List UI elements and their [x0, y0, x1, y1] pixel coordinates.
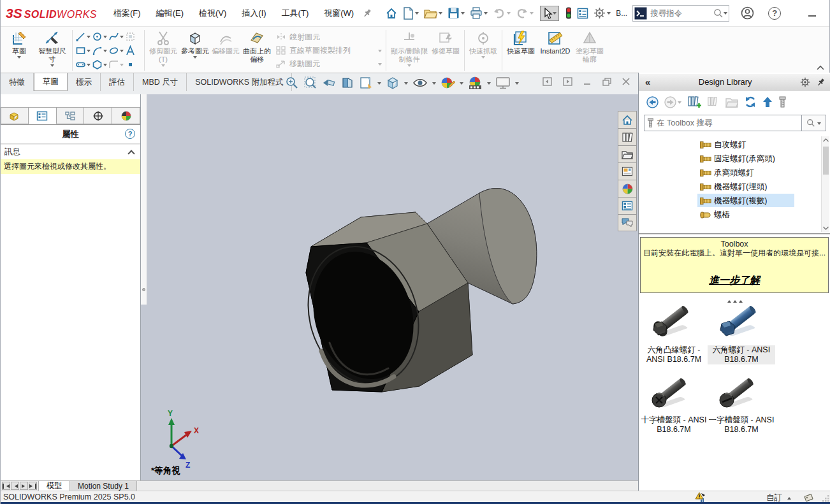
model-tab[interactable]: 模型 — [38, 481, 70, 491]
smart-dimension-button[interactable]: 智慧型尺寸 — [35, 29, 69, 72]
zoom-to-area-icon[interactable] — [303, 76, 317, 90]
fillet-tool[interactable] — [108, 57, 125, 71]
line-dropdown[interactable] — [87, 36, 91, 40]
pane-right-toggle-icon[interactable] — [563, 77, 572, 86]
tab-markup[interactable]: 標示 — [68, 73, 101, 91]
menu-file[interactable]: 檔案(F) — [113, 8, 141, 19]
pane-gear-icon[interactable] — [800, 77, 810, 87]
previous-view-icon[interactable] — [322, 76, 336, 90]
property-manager-tab[interactable] — [29, 107, 57, 124]
sketch-button[interactable]: 草圖 — [3, 29, 35, 72]
dimxpert-manager-tab[interactable] — [84, 107, 112, 124]
task-pane-forum-tab[interactable] — [618, 214, 637, 231]
graphics-viewport[interactable]: Y X Z *等角視 — [141, 94, 638, 480]
forward-button[interactable] — [664, 96, 681, 108]
select-tool-button[interactable] — [540, 6, 559, 21]
select-tool-dropdown[interactable] — [553, 12, 557, 17]
tree-scrollbar[interactable] — [821, 136, 829, 232]
next-tab-button[interactable] — [20, 482, 28, 490]
tag-icon[interactable] — [804, 493, 814, 502]
task-pane-design-library-tab[interactable] — [618, 128, 637, 145]
command-search-input[interactable] — [650, 9, 713, 18]
apply-scene-dropdown[interactable] — [487, 82, 491, 87]
new-document-dropdown[interactable] — [415, 12, 419, 17]
view-settings-dropdown[interactable] — [515, 82, 519, 87]
minimize-button[interactable] — [808, 9, 817, 17]
options-list-icon[interactable] — [577, 8, 588, 19]
forward-dropdown[interactable] — [678, 101, 681, 106]
sketch-pattern-tool[interactable] — [125, 29, 142, 43]
pin-pane-icon[interactable] — [817, 78, 826, 87]
point-tool[interactable] — [125, 57, 142, 71]
spline-tool[interactable] — [108, 29, 125, 43]
display-style-dropdown[interactable] — [404, 82, 408, 87]
feature-manager-tab[interactable] — [1, 107, 29, 124]
view-settings-icon[interactable] — [495, 76, 511, 90]
toolbox-item[interactable]: 十字槽盤頭 - ANSI B18.6.7M — [640, 375, 708, 435]
fillet-dropdown[interactable] — [120, 64, 124, 68]
tab-sketch[interactable]: 草圖 — [34, 73, 68, 91]
performance-warning-icon[interactable] — [695, 492, 706, 502]
search-dropdown[interactable] — [724, 12, 727, 17]
message-section-header[interactable]: 訊息 — [1, 144, 140, 159]
new-document-button[interactable] — [403, 7, 419, 20]
undo-dropdown[interactable] — [507, 12, 511, 17]
instant2d-button[interactable]: Instant2D — [537, 29, 574, 72]
section-view-icon[interactable] — [340, 76, 354, 90]
account-icon[interactable] — [741, 6, 754, 20]
polygon-tool[interactable] — [92, 57, 108, 71]
part-3d-model[interactable]: Y X Z — [141, 94, 638, 480]
display-style-icon[interactable] — [386, 76, 400, 90]
convert-entities-button[interactable]: 參考圖元 — [179, 29, 211, 72]
scrollbar-thumb[interactable] — [823, 147, 829, 175]
splitter-handle[interactable] — [639, 297, 830, 303]
task-pane-appearances-tab[interactable] — [618, 180, 637, 197]
menu-edit[interactable]: 編輯(E) — [156, 8, 184, 19]
refresh-button[interactable] — [744, 96, 757, 108]
scroll-down-icon[interactable] — [822, 226, 830, 231]
toolbox-item-selected[interactable]: 六角螺釘 - ANSI B18.6.7M — [708, 305, 775, 364]
scroll-up-icon[interactable] — [822, 138, 830, 143]
doc-restore-button[interactable] — [602, 78, 611, 86]
pane-splitter[interactable] — [639, 233, 830, 236]
tree-item[interactable]: 自攻螺釘 — [639, 138, 830, 152]
toolbox-item[interactable]: 六角凸緣螺釘 - ANSI B18.6.7M — [640, 305, 708, 364]
collapse-ribbon-chevron[interactable] — [817, 65, 824, 70]
tab-features[interactable]: 特徵 — [1, 73, 34, 91]
document-name-truncated[interactable]: B... — [616, 9, 627, 18]
toolbox-search-box[interactable] — [644, 115, 802, 131]
ellipse-tool[interactable] — [108, 43, 125, 57]
resize-grip[interactable] — [822, 495, 829, 502]
open-button[interactable] — [424, 8, 442, 19]
collapse-section-chevron[interactable] — [127, 150, 135, 157]
view-orientation-dropdown[interactable] — [377, 82, 381, 87]
tab-evaluate[interactable]: 評估 — [101, 73, 134, 91]
toolbox-item[interactable]: 一字槽盤頭 - ANSI B18.6.7M — [708, 375, 775, 435]
task-pane-home-tab[interactable] — [618, 111, 637, 128]
rectangle-tool[interactable] — [75, 43, 92, 57]
tree-item-selected[interactable]: 機器螺釘(複數) — [639, 194, 830, 208]
last-tab-button[interactable] — [29, 482, 37, 490]
first-tab-button[interactable] — [2, 482, 10, 490]
slot-tool[interactable] — [75, 57, 92, 71]
edit-appearance-icon[interactable] — [440, 76, 455, 90]
add-to-library-button[interactable] — [687, 96, 701, 108]
rapid-sketch-button[interactable]: 快速草圖 — [505, 29, 537, 72]
toolbox-search-input[interactable] — [657, 119, 799, 127]
offset-on-surface-button[interactable]: 曲面上的偏移 — [240, 29, 273, 72]
command-search-box[interactable] — [632, 5, 729, 22]
arc-dropdown[interactable] — [103, 50, 107, 54]
task-pane-custom-properties-tab[interactable] — [618, 197, 637, 214]
sketch-dropdown[interactable] — [17, 56, 21, 61]
ellipse-dropdown[interactable] — [120, 50, 124, 54]
zoom-to-fit-icon[interactable] — [285, 76, 299, 90]
configuration-manager-tab[interactable] — [57, 107, 85, 124]
toolbox-screw-icon[interactable] — [778, 96, 787, 108]
save-dropdown[interactable] — [461, 12, 465, 17]
hide-show-items-icon[interactable] — [412, 76, 428, 90]
doc-close-button[interactable] — [622, 78, 630, 85]
line-tool[interactable] — [75, 29, 92, 43]
motion-study-tab[interactable]: Motion Study 1 — [70, 481, 137, 491]
home-button[interactable] — [385, 7, 398, 20]
task-pane-file-explorer-tab[interactable] — [618, 145, 637, 162]
